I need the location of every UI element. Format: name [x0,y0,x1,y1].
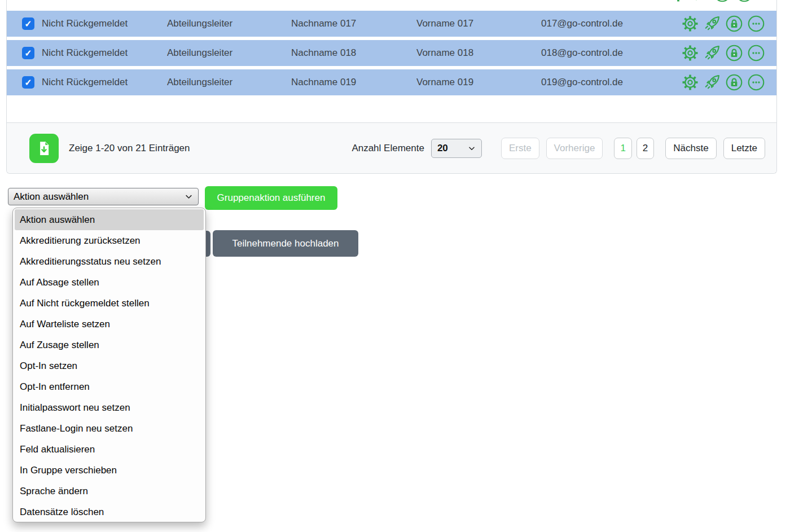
previous-page-button[interactable]: Vorherige [546,138,603,159]
dropdown-option[interactable]: Auf Absage stellen [13,272,205,293]
page-2-button[interactable]: 2 [637,138,654,159]
more-options-icon[interactable] [748,15,765,32]
dropdown-option[interactable]: Akkreditierung zurücksetzen [13,230,205,251]
gear-icon[interactable] [682,45,699,61]
upload-participants-button[interactable]: Teilnehmende hochladen [213,230,358,257]
rocket-icon[interactable] [704,15,721,32]
dropdown-option[interactable]: Initialpasswort neu setzen [13,397,205,418]
email-cell: 018@go-control.de [541,47,682,59]
firstname-cell: Vorname 017 [416,18,541,29]
gear-icon[interactable] [682,15,699,32]
dropdown-option[interactable]: Opt-In entfernen [13,376,205,397]
lock-icon[interactable] [726,45,743,61]
email-cell: 019@go-control.de [541,77,682,88]
dropdown-option[interactable]: Fastlane-Login neu setzen [13,418,205,439]
lastname-cell: Nachname 017 [291,18,416,29]
chevron-down-icon [468,144,476,152]
role-cell: Abteilungsleiter [167,47,291,59]
dropdown-option[interactable]: Feld aktualisieren [13,439,205,460]
status-cell: Nicht Rückgemeldet [42,47,167,59]
execute-group-action-button[interactable]: Gruppenaktion ausführen [205,186,337,210]
row-checkbox[interactable] [22,17,34,30]
lastname-cell: Nachname 018 [291,47,416,59]
status-cell: Nicht Rückgemeldet [42,18,167,29]
dropdown-option[interactable]: Auf Warteliste setzen [13,314,205,335]
status-cell: Nicht Rückgemeldet [42,77,167,88]
role-cell: Abteilungsleiter [167,77,291,88]
dropdown-option[interactable]: Auf Nicht rückgemeldet stellen [13,293,205,314]
role-cell: Abteilungsleiter [167,18,291,29]
firstname-cell: Vorname 018 [416,47,541,59]
per-page-select[interactable]: 20 [431,139,482,158]
lock-icon[interactable] [714,0,731,2]
group-action-select[interactable]: Aktion auswählen [8,188,199,205]
table-footer: Zeige 1-20 von 21 Einträgen Anzahl Eleme… [7,122,776,173]
export-download-icon[interactable] [29,134,59,163]
dropdown-option[interactable]: Sprache ändern [13,481,205,502]
rocket-icon[interactable] [692,0,709,2]
chevron-down-icon [185,192,193,201]
row-checkbox[interactable] [22,47,34,59]
next-page-button[interactable]: Nächste [665,138,716,159]
email-cell: 017@go-control.de [541,18,682,29]
table-row: Nicht Rückgemeldet Abteilungsleiter Nach… [7,11,776,37]
dropdown-option[interactable]: Opt-In setzen [13,355,205,376]
dropdown-option[interactable]: In Gruppe verschieben [13,460,205,481]
page-1-button[interactable]: 1 [614,138,631,159]
table-row: Nicht Rückgemeldet Abteilungsleiter Nach… [7,69,776,95]
last-page-button[interactable]: Letzte [723,138,765,159]
row-checkbox[interactable] [22,76,34,89]
lock-icon[interactable] [726,15,743,32]
lock-icon[interactable] [726,74,743,91]
gear-icon[interactable] [670,0,687,2]
per-page-value: 20 [437,143,448,154]
table-row: Nicht Rückgemeldet Abteilungsleiter Nach… [7,40,776,66]
group-action-dropdown-list: Aktion auswählen Akkreditierung zurückse… [12,208,206,522]
more-options-icon[interactable] [736,0,753,2]
dropdown-option[interactable]: Datensätze löschen [13,502,205,522]
firstname-cell: Vorname 019 [416,77,541,88]
dropdown-option[interactable]: Aktion auswählen [15,209,204,230]
dropdown-option[interactable]: Akkreditierungsstatus neu setzen [13,251,205,272]
gear-icon[interactable] [682,74,699,91]
per-page-label: Anzahl Elemente [352,143,424,154]
table-row-partial [7,0,776,11]
first-page-button[interactable]: Erste [501,138,539,159]
rocket-icon[interactable] [704,45,721,61]
dropdown-option[interactable]: Auf Zusage stellen [13,335,205,355]
more-options-icon[interactable] [748,74,765,91]
entries-summary: Zeige 1-20 von 21 Einträgen [69,143,190,154]
participants-table-card: Nicht Rückgemeldet Abteilungsleiter Nach… [6,0,777,174]
lastname-cell: Nachname 019 [291,77,416,88]
more-options-icon[interactable] [748,45,765,61]
rocket-icon[interactable] [704,74,721,91]
group-action-select-value: Aktion auswählen [14,191,89,203]
